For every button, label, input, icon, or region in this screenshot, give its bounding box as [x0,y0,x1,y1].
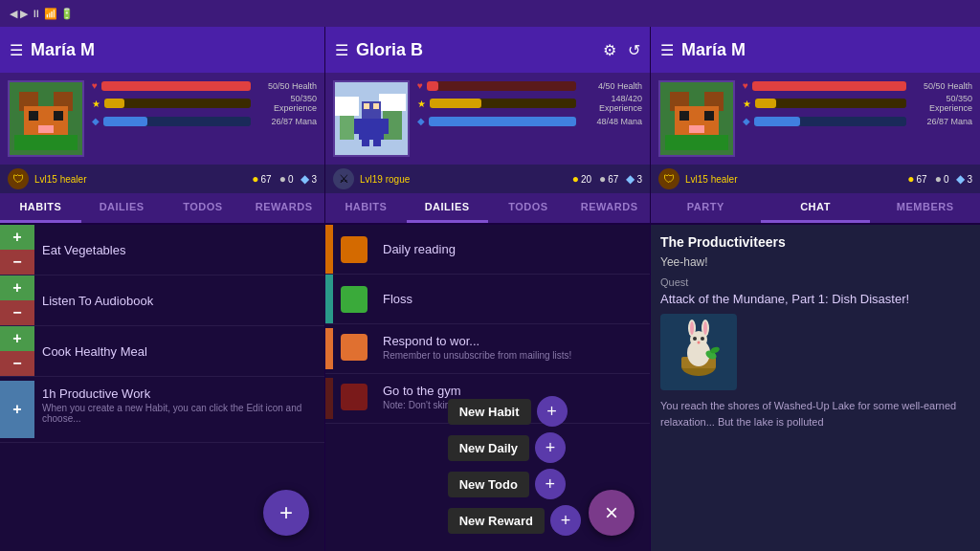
popup-new-todo-btn[interactable]: + [535,469,566,499]
left-hp-bar-fill [101,81,251,91]
right-mp-bar-fill [754,117,800,126]
svg-rect-27 [689,125,704,133]
svg-point-39 [701,337,704,341]
left-tabs: HABITS DAILIES TODOS REWARDS [0,193,324,225]
right-silver-value: 0 [944,174,949,185]
svg-point-37 [703,321,707,335]
left-gems: ◆ 3 [301,172,317,186]
tab-todos-left[interactable]: TODOS [163,193,244,223]
daily-respond-work: Respond to wor... Remember to unsubscrib… [325,324,650,374]
right-silver-icon: ● [935,172,942,186]
mid-level-badge: ⚔ [333,168,354,189]
habit-listen-audiobook-minus[interactable]: − [0,300,34,325]
mid-gems-icon: ◆ [626,172,635,186]
habit-productive-work-plus[interactable]: + [0,381,34,438]
svg-rect-26 [704,111,714,121]
right-level-text: Lvl15 healer [685,174,737,185]
svg-rect-28 [665,135,728,150]
mid-avatar [333,80,410,157]
habit-cook-meal-text: Cook Healthy Meal [34,339,324,364]
left-username: María M [31,40,315,60]
svg-point-38 [693,337,697,341]
left-content: + − Eat Vegetables + − Listen To Audiobo… [0,225,324,551]
mid-avatar-img [335,82,408,155]
tab-chat[interactable]: CHAT [761,193,871,223]
left-hp-row: ♥ 50/50 Health [92,80,317,91]
popup-new-reward-btn[interactable]: + [550,505,581,536]
tab-dailies-mid[interactable]: DAILIES [407,193,488,223]
quest-text: You reach the shores of Washed-Up Lake f… [660,398,970,430]
tab-habits-left[interactable]: HABITS [0,193,81,223]
daily-reading: Daily reading [325,225,650,275]
mid-refresh-icon[interactable]: ↺ [628,41,640,59]
popup-new-habit-label[interactable]: New Habit [448,399,531,425]
right-header: ☰ María M [651,27,980,73]
daily-respond-work-subtitle: Remember to unsubscribe from mailing lis… [383,350,642,361]
left-silver-value: 0 [288,174,294,185]
mid-level-text: Lvl19 rogue [360,174,410,185]
mid-hp-label: 4/50 Health [580,81,642,91]
left-add-button[interactable]: + [263,490,309,536]
tab-party[interactable]: PARTY [651,193,761,223]
right-xp-bar-bg [755,99,906,108]
mid-add-button[interactable]: × [589,490,635,536]
daily-floss-checkbox[interactable] [341,286,368,313]
left-xp-label: 50/350 Experience [255,94,317,113]
tab-todos-mid[interactable]: TODOS [488,193,569,223]
right-menu-icon[interactable]: ☰ [660,41,674,59]
popup-new-habit-btn[interactable]: + [537,396,568,427]
popup-new-todo-label[interactable]: New Todo [448,472,529,497]
mid-menu-icon[interactable]: ☰ [335,41,348,59]
right-silver: ● 0 [935,172,949,186]
habit-cook-meal-minus[interactable]: − [0,351,34,376]
tab-rewards-mid[interactable]: REWARDS [568,193,650,223]
habit-productive-work: + 1h Productive Work When you create a n… [0,377,324,443]
right-hp-row: ♥ 50/50 Health [743,80,972,91]
mid-class-icon: ⚔ [339,172,349,186]
mid-level-row: ⚔ Lvl19 rogue ● 20 ● 67 ◆ 3 [325,165,650,193]
tab-members[interactable]: MEMBERS [870,193,980,223]
mid-gold: ● 20 [572,172,591,186]
svg-rect-14 [364,103,369,109]
svg-rect-25 [679,111,689,121]
left-shield-icon: 🛡 [12,172,24,186]
right-hp-bar-fill [752,81,906,91]
svg-point-40 [698,342,701,344]
svg-rect-18 [373,135,381,146]
tab-habits-mid[interactable]: HABITS [325,193,407,223]
left-gold: ● 67 [252,172,271,186]
popup-new-reward-label[interactable]: New Reward [448,508,545,534]
right-gold: ● 67 [907,172,926,186]
daily-respond-work-text: Respond to wor... Remember to unsubscrib… [375,328,650,366]
right-content: The Productiviteers Yee-haw! Quest Attac… [651,225,980,551]
habit-eat-vegetables-plus[interactable]: + [0,225,34,250]
mid-username: Gloria B [356,40,595,60]
left-menu-icon[interactable]: ☰ [10,41,23,59]
svg-point-36 [690,321,694,335]
panel-right: ☰ María M [651,27,980,551]
daily-gym-checkbox[interactable] [341,384,368,410]
tab-dailies-left[interactable]: DAILIES [81,193,163,223]
popup-new-daily-label[interactable]: New Daily [448,435,529,461]
right-gems-value: 3 [967,174,972,185]
habit-eat-vegetables-minus[interactable]: − [0,250,34,275]
mid-currency-group: ● 20 ● 67 ◆ 3 [572,172,642,186]
daily-reading-checkbox[interactable] [341,236,368,263]
habit-productive-work-btns: + [0,381,34,438]
mid-xp-bar-bg [430,99,576,108]
habit-cook-meal-plus[interactable]: + [0,326,34,351]
mid-filter-icon[interactable]: ⚙ [603,41,616,59]
mid-mp-label: 48/48 Mana [580,117,642,126]
svg-rect-10 [335,97,359,116]
daily-floss-bar [325,275,333,323]
popup-new-daily-btn[interactable]: + [535,432,566,463]
left-char-card: ♥ 50/50 Health ★ 50/350 Experience ◆ [0,73,324,165]
right-avatar [658,80,735,157]
habit-listen-audiobook-plus[interactable]: + [0,276,34,300]
daily-floss-title: Floss [383,292,642,306]
mid-xp-row: ★ 148/420 Experience [417,94,642,113]
left-gems-icon: ◆ [301,172,309,186]
daily-respond-work-checkbox[interactable] [341,334,368,361]
quest-image [660,314,737,390]
tab-rewards-left[interactable]: REWARDS [243,193,324,223]
